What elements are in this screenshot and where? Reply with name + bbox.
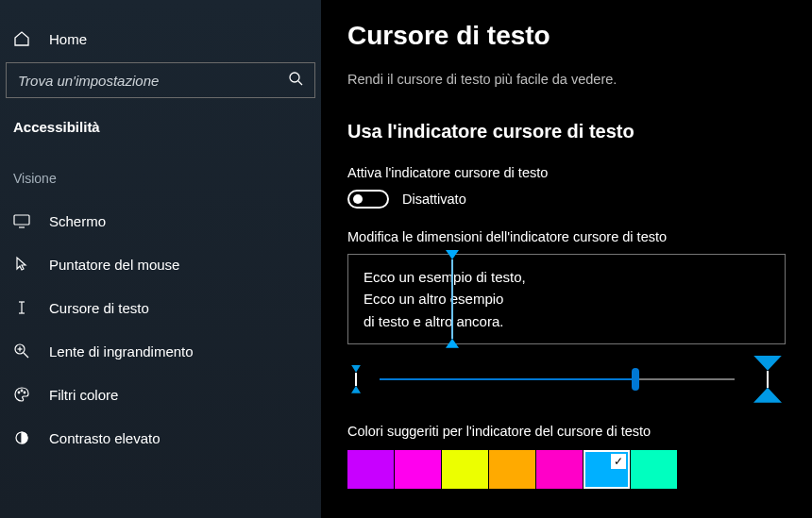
svg-point-9 <box>18 392 20 393</box>
caret-indicator-bottom <box>446 339 459 348</box>
color-swatches: ✓ <box>347 450 786 489</box>
preview-line: Ecco un esempio di testo, <box>364 266 770 288</box>
slider-min-icon <box>351 365 361 393</box>
toggle-state-label: Disattivato <box>402 192 466 207</box>
contrast-icon <box>13 429 30 446</box>
sidebar-item-label: Contrasto elevato <box>49 430 161 446</box>
sidebar-item-label: Filtri colore <box>49 387 118 403</box>
check-icon: ✓ <box>611 454 626 469</box>
slider-max-icon <box>753 356 782 403</box>
pointer-icon <box>13 256 30 273</box>
sidebar-item-label: Cursore di testo <box>49 300 149 316</box>
preview-line: di testo e altro ancora. <box>364 310 770 332</box>
color-swatch[interactable] <box>442 450 488 489</box>
home-nav[interactable]: Home <box>0 0 321 62</box>
sidebar-item-color-filters[interactable]: Filtri colore <box>0 373 321 416</box>
page-description: Rendi il cursore di testo più facile da … <box>347 72 786 87</box>
svg-point-11 <box>24 392 25 393</box>
search-icon <box>288 71 303 90</box>
preview-line: Ecco un altro esempio <box>364 288 770 309</box>
palette-icon <box>13 386 30 403</box>
svg-line-6 <box>24 353 28 358</box>
caret-indicator-line <box>451 259 453 339</box>
color-swatch[interactable]: ✓ <box>584 450 630 489</box>
color-swatch[interactable] <box>631 450 677 489</box>
slider-fill <box>380 378 635 380</box>
sidebar-item-mouse-pointer[interactable]: Puntatore del mouse <box>0 242 321 286</box>
svg-line-1 <box>298 81 302 85</box>
search-box[interactable] <box>6 62 315 98</box>
toggle-knob <box>353 194 363 204</box>
text-cursor-icon <box>13 299 30 316</box>
sidebar-item-label: Puntatore del mouse <box>49 257 179 273</box>
svg-point-0 <box>290 73 299 82</box>
slider-thumb[interactable] <box>632 368 639 391</box>
indicator-toggle[interactable] <box>347 190 389 209</box>
sidebar-item-label: Schermo <box>49 213 106 229</box>
section-title: Usa l'indicatore cursore di testo <box>347 121 786 142</box>
sidebar-item-label: Lente di ingrandimento <box>49 343 194 359</box>
group-title: Visione <box>0 161 321 199</box>
size-slider[interactable] <box>380 378 735 380</box>
category-title: Accessibilità <box>0 115 321 161</box>
sidebar-item-text-cursor[interactable]: Cursore di testo <box>0 286 321 329</box>
size-label: Modifica le dimensioni dell'indicatore c… <box>347 229 786 244</box>
home-icon <box>13 30 30 47</box>
caret-indicator-top <box>446 250 459 259</box>
sidebar-item-high-contrast[interactable]: Contrasto elevato <box>0 416 321 460</box>
color-swatch[interactable] <box>347 450 394 489</box>
preview-box: Ecco un esempio di testo, Ecco un altro … <box>347 254 786 344</box>
colors-label: Colori suggeriti per l'indicatore del cu… <box>347 424 786 439</box>
toggle-label: Attiva l'indicatore cursore di testo <box>347 165 786 180</box>
home-label: Home <box>49 31 87 47</box>
sidebar-item-display[interactable]: Schermo <box>0 199 321 242</box>
color-swatch[interactable] <box>395 450 441 489</box>
color-swatch[interactable] <box>536 450 583 489</box>
svg-rect-2 <box>14 215 29 225</box>
search-input[interactable] <box>18 73 288 89</box>
sidebar-item-magnifier[interactable]: Lente di ingrandimento <box>0 329 321 373</box>
page-title: Cursore di testo <box>347 21 786 51</box>
svg-point-10 <box>21 390 23 392</box>
color-swatch[interactable] <box>489 450 535 489</box>
magnifier-icon <box>13 343 30 359</box>
display-icon <box>13 212 30 229</box>
